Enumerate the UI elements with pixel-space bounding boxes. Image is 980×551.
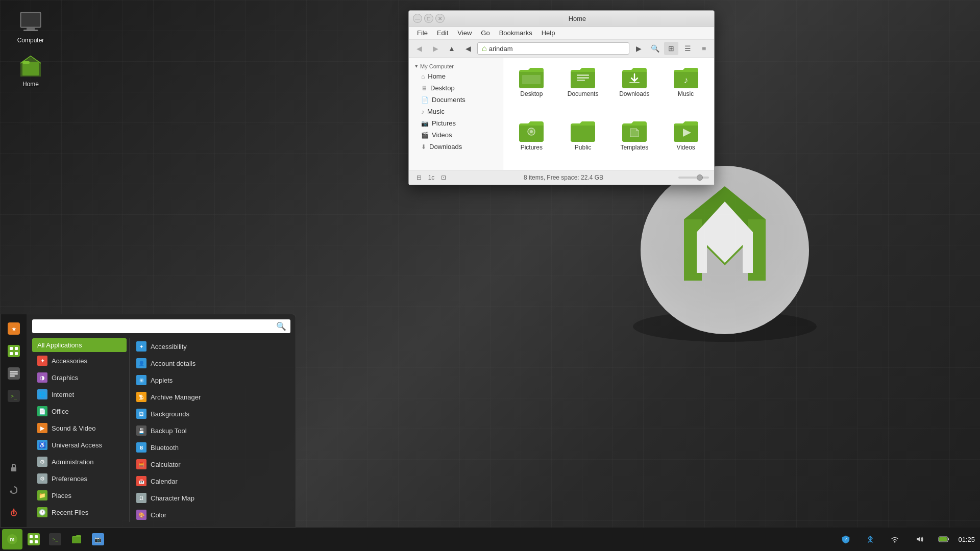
calendar-app-icon: 📅 xyxy=(136,476,146,486)
fm-menu-help[interactable]: Help xyxy=(537,28,559,38)
app-calendar[interactable]: 📅 Calendar xyxy=(132,473,290,489)
fm-back-button[interactable]: ◀ xyxy=(412,42,426,55)
fm-sidebar-item-videos[interactable]: 🎬 Videos xyxy=(409,129,503,141)
fm-sidebar-header-mycomputer[interactable]: ▾ My Computer xyxy=(409,62,503,70)
taskbar-battery-icon[interactable] xyxy=(934,529,954,549)
sidebar-icon-apps[interactable] xyxy=(4,341,24,361)
cat-preferences[interactable]: ⚙ Preferences xyxy=(32,470,127,487)
cat-accessories[interactable]: ✦ Accessories xyxy=(32,353,127,369)
svg-text:✓: ✓ xyxy=(844,537,848,542)
fm-zoom-slider xyxy=(678,177,709,179)
app-backgrounds[interactable]: 🖼 Backgrounds xyxy=(132,406,290,422)
taskbar-filemanager-button[interactable] xyxy=(66,529,87,549)
fm-location-toggle[interactable]: ◀ xyxy=(461,42,475,55)
cat-recent-files[interactable]: 🕐 Recent Files xyxy=(32,504,127,520)
app-backup-tool[interactable]: 💾 Backup Tool xyxy=(132,422,290,439)
fm-location-next[interactable]: ▶ xyxy=(631,42,646,55)
sidebar-icon-refresh[interactable] xyxy=(4,480,24,500)
taskbar-bluetooth-icon[interactable] xyxy=(860,529,880,549)
cat-sound-video[interactable]: ▶ Sound & Video xyxy=(32,420,127,436)
taskbar-volume-icon[interactable] xyxy=(909,529,929,549)
fm-file-templates[interactable]: Templates xyxy=(611,116,658,165)
sidebar-icon-starred[interactable]: ★ xyxy=(4,318,24,339)
documents-sidebar-icon: 📄 xyxy=(421,96,429,104)
taskbar-shield-icon[interactable]: ✓ xyxy=(836,529,856,549)
fm-statusbar-icon2[interactable]: 1c xyxy=(426,172,436,183)
folder-templates-icon xyxy=(621,119,648,142)
taskbar-app2-button[interactable] xyxy=(23,529,44,549)
fm-file-desktop[interactable]: Desktop xyxy=(508,63,555,111)
fm-up-button[interactable]: ▲ xyxy=(445,42,459,55)
cat-places[interactable]: 📁 Places xyxy=(32,487,127,504)
sidebar-icon-terminal[interactable]: >_ xyxy=(4,386,24,406)
cat-graphics[interactable]: ◑ Graphics xyxy=(32,369,127,386)
app-character-map[interactable]: Ω Character Map xyxy=(132,490,290,506)
fm-file-videos[interactable]: Videos xyxy=(663,116,709,165)
fm-file-documents[interactable]: Documents xyxy=(560,63,606,111)
fm-statusbar-icon3[interactable]: ⊡ xyxy=(438,172,449,183)
fm-statusbar-icon1[interactable]: ⊟ xyxy=(414,172,424,183)
search-input[interactable] xyxy=(36,322,276,331)
categories-column: All Applications ✦ Accessories ◑ Graphic… xyxy=(32,338,127,522)
fm-file-templates-label: Templates xyxy=(621,144,649,151)
folder-videos-icon xyxy=(673,119,699,142)
fm-file-downloads[interactable]: Downloads xyxy=(611,63,658,111)
cat-internet[interactable]: 🌐 Internet xyxy=(32,386,127,403)
taskbar-terminal-button[interactable]: >_ xyxy=(45,529,65,549)
fm-menu-edit[interactable]: Edit xyxy=(433,28,452,38)
fm-sidebar-item-home[interactable]: ⌂ Home xyxy=(409,70,503,82)
desktop-icon-home[interactable]: Home xyxy=(10,54,51,88)
cat-all-applications[interactable]: All Applications xyxy=(32,338,127,352)
folder-music-icon: ♪ xyxy=(673,66,699,88)
archive-manager-app-icon: 🗜 xyxy=(136,392,146,402)
cat-all-label: All Applications xyxy=(37,341,82,349)
fm-menu-view[interactable]: View xyxy=(453,28,476,38)
app-bluetooth-label: Bluetooth xyxy=(151,444,179,452)
fm-file-public[interactable]: Public xyxy=(560,116,606,165)
svg-rect-54 xyxy=(939,537,947,541)
fm-menu-file[interactable]: File xyxy=(413,28,432,38)
fm-close-button[interactable]: ✕ xyxy=(435,14,445,23)
sidebar-icon-power[interactable] xyxy=(4,503,24,523)
sidebar-icon-files[interactable] xyxy=(4,363,24,384)
app-bluetooth[interactable]: Ƀ Bluetooth xyxy=(132,439,290,456)
shield-icon: ✓ xyxy=(841,535,850,544)
sidebar-icon-lock[interactable] xyxy=(4,458,24,478)
desktop-icon-computer[interactable]: Computer xyxy=(10,10,51,44)
cat-administration[interactable]: ⚙ Administration xyxy=(32,454,127,470)
fm-maximize-button[interactable]: □ xyxy=(424,14,433,23)
fm-zoom-track[interactable] xyxy=(678,177,709,179)
fm-sidebar-item-music[interactable]: ♪ Music xyxy=(409,106,503,117)
fm-icon-view-button[interactable]: ⊞ xyxy=(664,42,678,55)
fm-statusbar-icons: ⊟ 1c ⊡ xyxy=(414,172,449,183)
fm-sidebar-item-desktop[interactable]: 🖥 Desktop xyxy=(409,82,503,94)
fm-sidebar-item-pictures[interactable]: 📷 Pictures xyxy=(409,117,503,129)
fm-file-pictures[interactable]: Pictures xyxy=(508,116,555,165)
taskbar-mint-menu-button[interactable]: m xyxy=(2,529,22,549)
start-menu-sidebar: ★ xyxy=(1,314,27,527)
fm-list-view-button[interactable]: ☰ xyxy=(680,42,695,55)
fm-zoom-thumb[interactable] xyxy=(697,174,703,181)
fm-menu-go[interactable]: Go xyxy=(477,28,494,38)
cat-office[interactable]: 📄 Office xyxy=(32,403,127,419)
app-archive-manager[interactable]: 🗜 Archive Manager xyxy=(132,389,290,405)
fm-sidebar-item-downloads[interactable]: ⬇ Downloads xyxy=(409,141,503,153)
fm-search-button[interactable]: 🔍 xyxy=(648,42,662,55)
fm-minimize-button[interactable]: — xyxy=(413,14,422,23)
app-applets[interactable]: ⊞ Applets xyxy=(132,372,290,388)
svg-rect-41 xyxy=(28,533,40,545)
fm-sidebar-item-documents[interactable]: 📄 Documents xyxy=(409,94,503,106)
app-color[interactable]: 🎨 Color xyxy=(132,507,290,522)
app-accessibility[interactable]: ✦ Accessibility xyxy=(132,338,290,355)
fm-file-music[interactable]: ♪ Music xyxy=(663,63,709,111)
fm-compact-view-button[interactable]: ≡ xyxy=(697,42,711,55)
app-account-details[interactable]: 👤 Account details xyxy=(132,355,290,371)
taskbar-app5-button[interactable]: 📷 xyxy=(88,529,108,549)
fm-forward-button[interactable]: ▶ xyxy=(428,42,443,55)
fm-menu-bookmarks[interactable]: Bookmarks xyxy=(495,28,536,38)
fm-location-bar[interactable]: ⌂ arindam xyxy=(477,42,629,55)
taskbar-wifi-icon[interactable] xyxy=(885,529,905,549)
cat-universal-access[interactable]: ♿ Universal Access xyxy=(32,437,127,453)
app-calculator[interactable]: 🧮 Calculator xyxy=(132,456,290,472)
desktop: Computer Home xyxy=(0,0,980,551)
